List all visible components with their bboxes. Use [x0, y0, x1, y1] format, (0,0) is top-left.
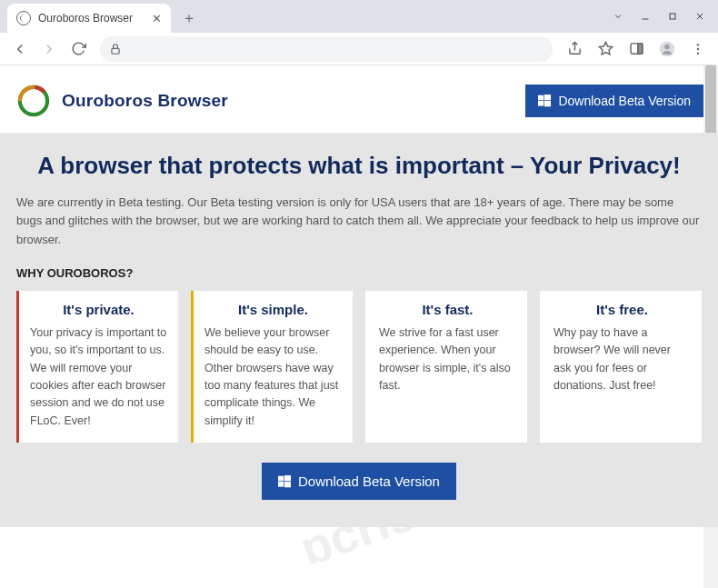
svg-point-11	[664, 44, 669, 48]
card-private: It's private. Your privacy is important …	[16, 291, 178, 443]
profile-avatar-icon[interactable]	[654, 36, 680, 62]
svg-rect-20	[538, 95, 543, 101]
side-panel-icon[interactable]	[623, 36, 649, 62]
bookmark-star-icon[interactable]	[593, 36, 618, 62]
minimize-button[interactable]	[633, 4, 658, 29]
reload-button[interactable]	[65, 36, 91, 62]
card-body: Your privacy is important to you, so it'…	[30, 324, 167, 430]
share-icon[interactable]	[562, 36, 587, 62]
svg-rect-27	[284, 482, 291, 487]
maximize-button[interactable]	[660, 4, 685, 29]
globe-icon	[16, 11, 31, 25]
svg-point-12	[697, 44, 699, 45]
card-title: It's private.	[30, 302, 167, 317]
card-body: We believe your browser should be easy t…	[204, 324, 342, 430]
download-beta-cta-label: Download Beta Version	[298, 473, 440, 489]
svg-rect-4	[112, 48, 119, 54]
window-controls	[605, 4, 713, 29]
main-section: A browser that protects what is importan…	[0, 133, 718, 527]
svg-point-13	[697, 47, 699, 49]
card-free: It's free. Why pay to have a browser? We…	[540, 291, 702, 443]
forward-button[interactable]	[36, 36, 62, 62]
card-title: It's free.	[553, 302, 691, 317]
address-bar[interactable]	[100, 36, 553, 62]
card-body: We strive for a fast user experience. Wh…	[379, 324, 516, 395]
cta-row: Download Beta Version	[16, 463, 702, 500]
download-beta-button[interactable]: Download Beta Version	[525, 85, 703, 117]
svg-point-14	[697, 52, 699, 54]
hero-title: A browser that protects what is importan…	[16, 151, 702, 181]
back-button[interactable]	[7, 36, 33, 62]
svg-rect-22	[538, 101, 543, 106]
card-title: It's simple.	[204, 302, 342, 317]
svg-rect-9	[637, 44, 642, 54]
close-tab-icon[interactable]: ✕	[152, 12, 162, 25]
tab-title: Ouroboros Browser	[38, 12, 145, 25]
browser-toolbar	[0, 33, 718, 65]
download-beta-button-cta[interactable]: Download Beta Version	[262, 463, 456, 500]
why-heading: WHY OUROBOROS?	[16, 266, 702, 280]
svg-rect-23	[544, 101, 551, 106]
brand-name: Ouroboros Browser	[62, 91, 228, 111]
page-viewport: pcrisk.com Ouroboros Browser Download Be…	[0, 65, 718, 588]
svg-rect-26	[278, 482, 284, 487]
new-tab-button[interactable]: ＋	[176, 5, 202, 31]
window-titlebar: Ouroboros Browser ✕ ＋	[0, 0, 718, 33]
kebab-menu-icon[interactable]	[685, 36, 711, 62]
card-body: Why pay to have a browser? We will never…	[553, 324, 691, 395]
site-header: Ouroboros Browser Download Beta Version	[15, 78, 703, 133]
svg-rect-1	[670, 14, 675, 19]
page-content: pcrisk.com Ouroboros Browser Download Be…	[0, 65, 718, 588]
windows-logo-icon	[278, 475, 291, 488]
svg-marker-6	[599, 42, 612, 54]
brand: Ouroboros Browser	[15, 82, 228, 120]
beta-description: We are currently in Beta testing. Our Be…	[16, 194, 702, 250]
close-window-button[interactable]	[687, 4, 713, 29]
windows-logo-icon	[538, 95, 551, 107]
svg-rect-24	[278, 475, 284, 481]
download-beta-label: Download Beta Version	[558, 94, 691, 108]
lock-icon	[109, 43, 122, 55]
svg-rect-25	[284, 475, 291, 481]
card-title: It's fast.	[379, 302, 516, 317]
feature-cards: It's private. Your privacy is important …	[16, 291, 702, 443]
card-simple: It's simple. We believe your browser sho…	[191, 291, 353, 443]
ouroboros-logo-icon	[15, 82, 53, 120]
svg-rect-21	[544, 95, 551, 100]
chevron-down-icon[interactable]	[605, 4, 631, 29]
browser-tab[interactable]: Ouroboros Browser ✕	[7, 4, 171, 33]
card-fast: It's fast. We strive for a fast user exp…	[365, 291, 527, 443]
